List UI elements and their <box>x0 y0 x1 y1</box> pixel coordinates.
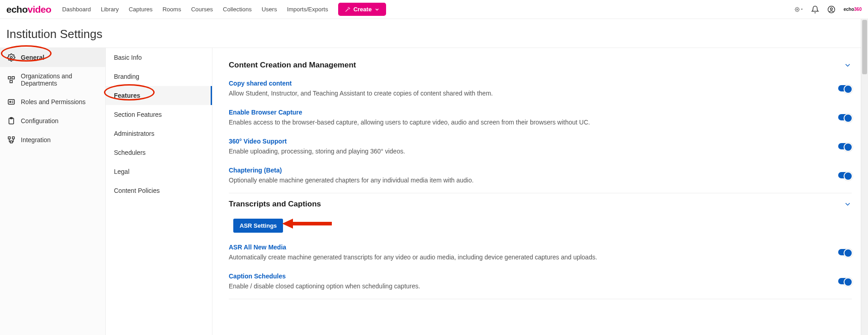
brand-logo[interactable]: echovideo <box>6 4 51 15</box>
nav-dashboard[interactable]: Dashboard <box>62 6 91 13</box>
feature-desc: Enable uploading, processing, storing an… <box>229 148 820 155</box>
feature-asr-new-media: ASR All New Media Automatically create m… <box>229 239 852 268</box>
leftnav-integration[interactable]: Integration <box>0 130 105 149</box>
feature-title: Caption Schedules <box>229 273 820 280</box>
section-title: Transcripts and Captions <box>229 200 321 209</box>
leftnav-label: Integration <box>21 136 51 144</box>
subnav-features[interactable]: Features <box>106 86 212 105</box>
feature-caption-schedules: Caption Schedules Enable / disable close… <box>229 268 852 297</box>
wand-icon <box>344 6 351 13</box>
toggle-asr-new-media[interactable] <box>838 249 852 255</box>
svg-point-0 <box>797 9 798 10</box>
feature-desc: Allow Student, Instructor, and Teaching … <box>229 90 820 97</box>
feature-desc: Automatically create machine generated t… <box>229 254 820 261</box>
feature-title: Chaptering (Beta) <box>229 167 820 174</box>
nav-courses[interactable]: Courses <box>191 6 213 13</box>
svg-rect-14 <box>8 137 10 139</box>
create-button[interactable]: Create <box>338 3 386 16</box>
left-nav: General Organizations and Departments Ro… <box>0 48 106 335</box>
brand-part1: echo <box>6 4 28 14</box>
feature-chaptering: Chaptering (Beta) Optionally enable mach… <box>229 162 852 191</box>
section-separator <box>229 299 852 299</box>
section-content-creation: Content Creation and Management <box>229 61 852 70</box>
svg-rect-15 <box>12 137 14 139</box>
nav-rooms[interactable]: Rooms <box>162 6 181 13</box>
top-right-icons: echo360 <box>795 5 862 14</box>
org-icon <box>7 76 15 84</box>
leftnav-general[interactable]: General <box>0 48 105 67</box>
feature-browser-capture: Enable Browser Capture Enables access to… <box>229 104 852 133</box>
svg-rect-6 <box>12 77 14 79</box>
nav-imports-exports[interactable]: Imports/Exports <box>287 6 328 13</box>
toggle-chaptering[interactable] <box>838 172 852 178</box>
content-wrap: General Organizations and Departments Ro… <box>0 48 868 335</box>
nav-users[interactable]: Users <box>262 6 277 13</box>
toggle-360-video[interactable] <box>838 143 852 149</box>
leftnav-roles[interactable]: Roles and Permissions <box>0 92 105 111</box>
leftnav-label: Organizations and Departments <box>21 72 98 87</box>
caret-down-icon <box>801 7 803 11</box>
scrollbar-thumb[interactable] <box>862 20 867 74</box>
leftnav-orgs[interactable]: Organizations and Departments <box>0 67 105 92</box>
nav-collections[interactable]: Collections <box>223 6 252 13</box>
section-title: Content Creation and Management <box>229 61 356 70</box>
leftnav-label: Configuration <box>21 117 58 124</box>
subnav-label: Features <box>114 92 140 99</box>
main-panel: Content Creation and Management Copy sha… <box>212 48 868 335</box>
id-icon <box>7 98 15 106</box>
svg-rect-5 <box>8 77 10 79</box>
feature-title: Copy shared content <box>229 80 820 87</box>
subnav-section-features[interactable]: Section Features <box>106 105 212 124</box>
svg-point-3 <box>830 8 833 10</box>
nav-library[interactable]: Library <box>101 6 119 13</box>
feature-desc: Optionally enable machine generated chap… <box>229 177 820 184</box>
asr-settings-button[interactable]: ASR Settings <box>233 219 283 233</box>
nav-captures[interactable]: Captures <box>129 6 153 13</box>
chevron-down-icon[interactable] <box>844 61 852 69</box>
toggle-copy-shared[interactable] <box>838 85 852 91</box>
chevron-down-icon[interactable] <box>844 200 852 208</box>
section-separator <box>229 193 852 193</box>
user-account-icon[interactable] <box>827 5 835 14</box>
svg-rect-16 <box>10 141 13 143</box>
subnav-schedulers[interactable]: Schedulers <box>106 143 212 162</box>
feature-copy-shared: Copy shared content Allow Student, Instr… <box>229 75 852 104</box>
toggle-caption-schedules[interactable] <box>838 278 852 284</box>
subnav-basic-info[interactable]: Basic Info <box>106 48 212 67</box>
feature-360-video: 360° Video Support Enable uploading, pro… <box>229 133 852 162</box>
brand-part2: video <box>28 4 51 14</box>
feature-title: Enable Browser Capture <box>229 109 820 116</box>
leftnav-label: General <box>21 54 44 61</box>
leftnav-label: Roles and Permissions <box>21 98 85 105</box>
feature-title: ASR All New Media <box>229 244 820 251</box>
chevron-down-icon <box>374 7 380 12</box>
gear-icon <box>7 53 15 62</box>
toggle-browser-capture[interactable] <box>838 114 852 120</box>
integration-icon <box>7 136 15 144</box>
svg-marker-1 <box>801 9 803 10</box>
scrollbar-track[interactable] <box>861 19 868 335</box>
page-title: Institution Settings <box>0 19 868 48</box>
feature-desc: Enables access to the browser-based capt… <box>229 119 820 126</box>
feature-desc: Enable / disable closed captioning optio… <box>229 282 820 290</box>
top-nav: Dashboard Library Captures Rooms Courses… <box>62 6 328 13</box>
subnav-administrators[interactable]: Administrators <box>106 124 212 143</box>
mini-brand[interactable]: echo360 <box>844 7 862 12</box>
create-label: Create <box>354 6 372 13</box>
subnav-legal[interactable]: Legal <box>106 162 212 181</box>
svg-point-9 <box>9 101 11 103</box>
section-transcripts: Transcripts and Captions <box>229 200 852 209</box>
subnav-content-policies[interactable]: Content Policies <box>106 181 212 200</box>
bell-icon[interactable] <box>811 5 819 14</box>
clipboard-icon <box>7 117 15 125</box>
svg-marker-22 <box>282 219 293 229</box>
sub-nav: Basic Info Branding Features Section Fea… <box>106 48 212 335</box>
leftnav-config[interactable]: Configuration <box>0 111 105 130</box>
svg-rect-7 <box>10 81 12 83</box>
subnav-branding[interactable]: Branding <box>106 67 212 86</box>
settings-dropdown-icon[interactable] <box>795 5 803 14</box>
svg-point-4 <box>10 57 13 59</box>
feature-title: 360° Video Support <box>229 138 820 145</box>
top-bar: echovideo Dashboard Library Captures Roo… <box>0 0 868 19</box>
annotation-arrow <box>282 217 332 230</box>
